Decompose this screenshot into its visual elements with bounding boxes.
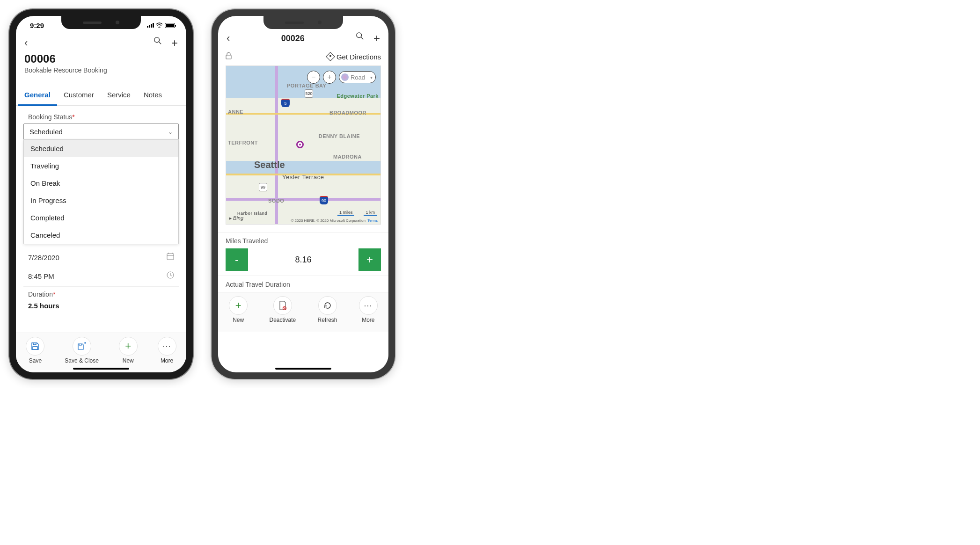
refresh-button[interactable]: Refresh (317, 296, 337, 323)
zoom-in-button[interactable]: + (323, 71, 336, 84)
booking-status-label: Booking Status* (23, 113, 179, 124)
map-type-select[interactable]: Road (339, 71, 376, 83)
tab-customer[interactable]: Customer (57, 85, 101, 105)
map-label-anne: ANNE (228, 109, 243, 115)
back-button[interactable]: ‹ (24, 37, 28, 49)
map-label-terfront: TERFRONT (228, 140, 258, 145)
chevron-down-icon: ⌄ (168, 129, 173, 135)
map-label-edgewater: Edgewater Park (336, 93, 379, 99)
miles-traveled-field: Miles Traveled - 8.16 + (218, 232, 388, 276)
map-terms-link[interactable]: Terms (367, 218, 378, 223)
map-provider: ▸ Bing (229, 215, 243, 221)
map-label-sodo: SODO (268, 198, 284, 203)
svg-rect-11 (226, 55, 231, 59)
more-icon: ⋯ (158, 337, 176, 356)
duration-field[interactable]: 2.5 hours (23, 301, 179, 314)
save-close-button[interactable]: Save & Close (65, 337, 99, 364)
search-icon[interactable] (356, 32, 364, 45)
topbar: ‹ 00026 + (218, 30, 388, 48)
map-attribution: © 2020 HERE, © 2020 Microsoft Corporatio… (291, 218, 378, 223)
more-button[interactable]: ⋯ More (359, 296, 378, 323)
record-subtitle: Bookable Resource Booking (24, 66, 178, 74)
option-on-break[interactable]: On Break (24, 174, 178, 192)
status-time: 9:29 (30, 22, 44, 29)
option-traveling[interactable]: Traveling (24, 157, 178, 174)
map-pin (296, 141, 304, 148)
lock-directions-row: Get Directions (218, 48, 388, 65)
new-button[interactable]: + New (229, 296, 248, 323)
battery-icon (165, 23, 175, 28)
screen-2: ‹ 00026 + Get Directions (218, 16, 388, 372)
svg-point-9 (357, 33, 362, 38)
wifi-icon (156, 22, 163, 29)
more-icon: ⋯ (359, 296, 378, 315)
map-label-yesler: Yesler Terrace (282, 174, 324, 181)
booking-status-dropdown: Scheduled Traveling On Break In Progress… (23, 139, 179, 244)
shield-520: 520 (305, 89, 313, 98)
tab-service[interactable]: Service (101, 85, 137, 105)
notch (61, 16, 141, 29)
miles-value[interactable]: 8.16 (248, 255, 358, 265)
option-scheduled[interactable]: Scheduled (24, 140, 178, 157)
new-button[interactable]: + New (119, 337, 138, 364)
save-button[interactable]: Save (26, 337, 44, 364)
zoom-out-button[interactable]: − (307, 71, 320, 84)
home-indicator[interactable] (275, 368, 331, 370)
form-content: Booking Status* Scheduled ⌄ Scheduled Tr… (16, 106, 186, 333)
deactivate-button[interactable]: Deactivate (269, 296, 296, 323)
map[interactable]: PORTAGE BAY Edgewater Park BROADMOOR DEN… (226, 65, 381, 225)
option-canceled[interactable]: Canceled (24, 226, 178, 244)
svg-rect-2 (167, 254, 174, 260)
date-value: 7/28/2020 (28, 254, 59, 262)
miles-increment-button[interactable]: + (358, 248, 381, 271)
search-icon[interactable] (154, 36, 162, 50)
duration-value: 2.5 hours (28, 302, 59, 310)
actual-travel-field: Actual Travel Duration (218, 276, 388, 292)
get-directions-button[interactable]: Get Directions (327, 53, 381, 61)
svg-line-10 (361, 37, 364, 40)
plus-icon: + (119, 337, 138, 356)
svg-line-8 (170, 275, 172, 276)
status-icons (147, 22, 175, 29)
deactivate-icon (273, 296, 292, 315)
bottom-toolbar: Save Save & Close + New ⋯ More (16, 333, 186, 372)
time-field[interactable]: 8:45 PM (23, 267, 179, 285)
duration-label: Duration* (23, 288, 179, 301)
option-in-progress[interactable]: In Progress (24, 192, 178, 209)
time-value: 8:45 PM (28, 272, 54, 280)
clock-icon (167, 271, 174, 281)
lock-icon (226, 52, 232, 61)
booking-status-field: Booking Status* Scheduled ⌄ Scheduled Tr… (23, 113, 179, 244)
phone-frame-1: 9:29 ‹ + 00006 Bookable Resource Booking (9, 9, 193, 379)
booking-status-value: Scheduled (29, 128, 63, 136)
miles-label: Miles Traveled (226, 237, 381, 245)
shield-99: 99 (259, 183, 267, 191)
phone-frame-2: ‹ 00026 + Get Directions (212, 9, 395, 379)
svg-point-0 (154, 37, 160, 43)
date-field[interactable]: 7/28/2020 (23, 248, 179, 267)
add-button[interactable]: + (171, 36, 178, 50)
screen-1: 9:29 ‹ + 00006 Bookable Resource Booking (16, 16, 186, 372)
booking-status-select[interactable]: Scheduled ⌄ (23, 124, 179, 140)
miles-decrement-button[interactable]: - (226, 248, 248, 271)
add-button[interactable]: + (373, 32, 380, 45)
signal-icon (147, 23, 154, 28)
actual-travel-label: Actual Travel Duration (226, 281, 381, 288)
more-button[interactable]: ⋯ More (158, 337, 176, 364)
tab-general[interactable]: General (18, 85, 57, 106)
svg-line-1 (159, 42, 161, 44)
record-title: 00006 (24, 52, 178, 65)
tabs: General Customer Service Notes (16, 85, 186, 106)
plus-icon: + (229, 296, 248, 315)
map-label-broadmoor: BROADMOOR (329, 110, 366, 116)
calendar-icon (167, 253, 174, 262)
home-indicator[interactable] (73, 368, 129, 370)
notch (263, 16, 343, 29)
tab-notes[interactable]: Notes (137, 85, 168, 105)
shield-5: 5 (281, 99, 290, 107)
map-label-madrona: MADRONA (333, 154, 362, 160)
map-label-denny: DENNY BLAINE (319, 133, 360, 139)
save-close-icon (73, 337, 91, 356)
option-completed[interactable]: Completed (24, 209, 178, 226)
back-button[interactable]: ‹ (227, 32, 230, 44)
